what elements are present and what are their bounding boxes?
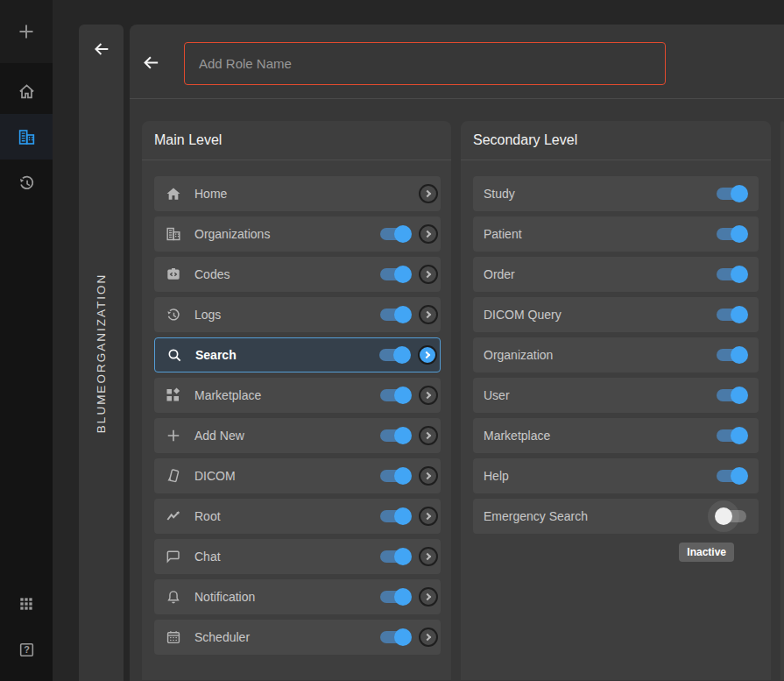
toggle-help[interactable] <box>715 467 748 485</box>
toggle-organization[interactable] <box>715 346 748 364</box>
secondary-level-header: Secondary Level <box>461 121 771 160</box>
sidebar-item-add[interactable] <box>0 0 53 63</box>
list-item-chat[interactable]: Chat <box>154 539 441 574</box>
list-item-dicom-query[interactable]: DICOM Query <box>473 297 759 332</box>
list-item-organization[interactable]: Organization <box>473 337 759 372</box>
back-button[interactable] <box>135 46 166 78</box>
toggle-patient[interactable] <box>715 225 748 243</box>
plus-icon <box>16 21 37 42</box>
chevron-right-button[interactable] <box>419 587 438 607</box>
toggle-codes[interactable] <box>378 266 412 283</box>
list-item-search[interactable]: Search <box>154 337 441 372</box>
list-item-organizations[interactable]: Organizations <box>154 216 441 252</box>
list-item-codes[interactable]: Codes <box>154 257 441 292</box>
item-label: Organizations <box>194 227 270 241</box>
list-item-home[interactable]: Home <box>154 176 441 211</box>
list-item-study[interactable]: Study <box>473 176 759 211</box>
apps-grid-icon <box>18 595 35 613</box>
list-item-emergency-search[interactable]: Emergency Search <box>473 499 759 534</box>
sidebar-item-help[interactable] <box>0 627 53 672</box>
sidebar-item-home[interactable] <box>0 68 53 114</box>
toggle-organizations[interactable] <box>378 225 412 243</box>
chevron-right-button[interactable] <box>419 547 438 566</box>
sidebar-item-apps[interactable] <box>0 581 53 627</box>
item-label: Codes <box>194 267 230 281</box>
toggle-order[interactable] <box>715 266 748 283</box>
main-level-panel: Main Level Home Organizations <box>142 121 451 680</box>
list-item-marketplace[interactable]: Marketplace <box>154 378 441 413</box>
toggle-notification[interactable] <box>378 588 412 606</box>
list-item-add-new[interactable]: Add New <box>154 418 441 453</box>
list-item-scheduler[interactable]: Scheduler <box>154 620 441 655</box>
sidebar-item-organizations[interactable] <box>0 114 53 160</box>
chevron-right-icon <box>424 271 431 278</box>
toggle-marketplace[interactable] <box>378 387 412 404</box>
toggle-emergency-search[interactable] <box>715 507 748 525</box>
toggle-dicom[interactable] <box>378 467 412 485</box>
main-level-header: Main Level <box>142 121 451 160</box>
role-name-input[interactable] <box>184 42 666 85</box>
codes-icon <box>165 266 182 283</box>
chevron-right-button[interactable] <box>419 305 438 324</box>
marketplace-widgets-icon <box>165 387 182 404</box>
chevron-right-button[interactable] <box>419 265 438 284</box>
list-item-patient[interactable]: Patient <box>473 216 759 252</box>
chevron-right-button[interactable] <box>419 628 438 647</box>
toggle-add-new[interactable] <box>378 427 412 444</box>
organization-name-vertical: BLUMEORGANIZATION <box>79 273 124 432</box>
chevron-right-button[interactable] <box>419 507 438 526</box>
toggle-marketplace-secondary[interactable] <box>715 427 748 444</box>
toggle-dicom-query[interactable] <box>715 306 748 323</box>
list-item-notification[interactable]: Notification <box>154 579 441 614</box>
help-icon <box>18 641 36 659</box>
toggle-thumb <box>731 225 748 243</box>
scheduler-calendar-icon <box>165 628 182 646</box>
item-label: DICOM <box>194 469 236 483</box>
sidebar-item-history[interactable] <box>0 160 53 205</box>
organizations-icon <box>17 127 37 147</box>
home-icon <box>165 185 182 202</box>
collapse-back-button[interactable] <box>86 33 117 65</box>
chevron-right-button[interactable] <box>418 345 437 365</box>
chevron-right-button[interactable] <box>419 426 438 445</box>
item-label: Scheduler <box>194 630 250 644</box>
secondary-level-list: Study Patient Order DICOM Query <box>461 160 771 569</box>
toggle-thumb <box>394 507 412 525</box>
toggle-user[interactable] <box>715 387 748 404</box>
item-label: Organization <box>484 348 553 362</box>
role-form-header <box>130 25 784 99</box>
list-item-help[interactable]: Help <box>473 458 759 493</box>
chevron-right-icon <box>424 634 431 641</box>
chevron-right-button[interactable] <box>419 224 438 244</box>
arrow-left-icon <box>92 39 111 59</box>
root-trending-icon <box>165 507 182 525</box>
chevron-right-icon <box>424 553 431 560</box>
toggle-search[interactable] <box>378 346 411 364</box>
chevron-right-icon <box>423 351 430 358</box>
item-label: Order <box>484 267 515 281</box>
item-label: Patient <box>484 227 522 241</box>
list-item-order[interactable]: Order <box>473 257 759 292</box>
list-item-logs[interactable]: Logs <box>154 297 441 332</box>
list-item-dicom[interactable]: DICOM <box>154 458 441 493</box>
list-item-root[interactable]: Root <box>154 499 441 534</box>
chevron-right-button[interactable] <box>419 466 438 486</box>
toggle-thumb <box>393 346 411 364</box>
toggle-thumb <box>731 185 748 202</box>
item-label: Notification <box>194 590 255 604</box>
toggle-thumb <box>731 427 748 444</box>
item-label: Home <box>194 187 227 201</box>
toggle-chat[interactable] <box>378 548 412 565</box>
toggle-thumb <box>394 427 412 444</box>
list-item-user[interactable]: User <box>473 378 759 413</box>
list-item-marketplace-secondary[interactable]: Marketplace <box>473 418 759 453</box>
next-panel-edge <box>780 121 784 680</box>
chat-icon <box>165 548 182 565</box>
toggle-study[interactable] <box>715 185 748 202</box>
item-label: User <box>484 388 510 402</box>
toggle-scheduler[interactable] <box>378 628 412 646</box>
chevron-right-button[interactable] <box>419 386 438 405</box>
chevron-right-button[interactable] <box>419 184 438 203</box>
toggle-logs[interactable] <box>378 306 412 323</box>
toggle-root[interactable] <box>378 507 412 525</box>
